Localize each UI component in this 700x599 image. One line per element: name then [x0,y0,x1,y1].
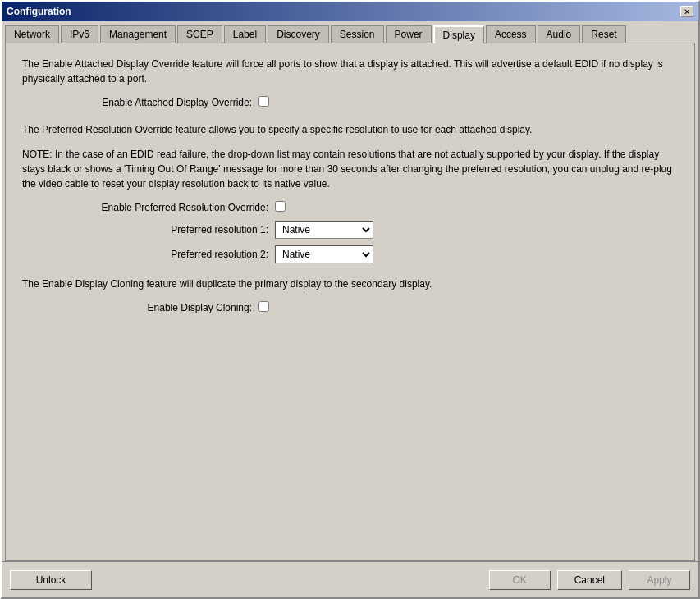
preferred-res2-row: Preferred resolution 2: Native 1920x1080… [22,245,678,263]
close-button[interactable]: ✕ [680,6,693,17]
tab-audio[interactable]: Audio [538,25,581,43]
enable-override-label: Enable Attached Display Override: [22,97,252,108]
enable-cloning-checkbox[interactable] [258,301,269,312]
enable-cloning-checkbox-wrap [258,301,269,314]
unlock-button[interactable]: Unlock [10,570,92,590]
tab-ipv6[interactable]: IPv6 [61,25,98,43]
resolution-section: The Preferred Resolution Override featur… [22,122,678,263]
preferred-res2-label: Preferred resolution 2: [22,249,268,260]
preferred-res2-select-wrap: Native 1920x1080 1280x720 1024x768 800x6… [275,245,373,263]
apply-button[interactable]: Apply [629,570,690,590]
tab-discovery[interactable]: Discovery [268,25,329,43]
tab-scep[interactable]: SCEP [177,25,222,43]
enable-override-checkbox[interactable] [258,96,269,107]
enable-override-row: Enable Attached Display Override: [22,96,678,109]
enable-resolution-label: Enable Preferred Resolution Override: [22,202,268,213]
preferred-res2-select[interactable]: Native 1920x1080 1280x720 1024x768 800x6… [275,245,373,263]
tab-reset[interactable]: Reset [582,25,625,43]
cloning-description: The Enable Display Cloning feature will … [22,277,678,291]
tab-session[interactable]: Session [331,25,384,43]
content-area: The Enable Attached Display Override fea… [5,43,695,561]
preferred-res1-row: Preferred resolution 1: Native 1920x1080… [22,221,678,239]
footer: Unlock OK Cancel Apply [2,561,698,597]
tab-network[interactable]: Network [5,25,59,43]
enable-cloning-label: Enable Display Cloning: [22,302,252,313]
enable-resolution-checkbox[interactable] [275,201,286,212]
cloning-section: The Enable Display Cloning feature will … [22,277,678,314]
window-title: Configuration [7,6,71,17]
override-section: The Enable Attached Display Override fea… [22,57,678,109]
footer-right: OK Cancel Apply [489,570,690,590]
preferred-res1-label: Preferred resolution 1: [22,224,268,235]
preferred-res1-select[interactable]: Native 1920x1080 1280x720 1024x768 800x6… [275,221,373,239]
preferred-res1-select-wrap: Native 1920x1080 1280x720 1024x768 800x6… [275,221,373,239]
ok-button[interactable]: OK [489,570,551,590]
configuration-window: Configuration ✕ Network IPv6 Management … [0,0,700,599]
override-description: The Enable Attached Display Override fea… [22,57,678,86]
footer-left: Unlock [10,570,92,590]
resolution-description1: The Preferred Resolution Override featur… [22,122,678,137]
enable-override-checkbox-wrap [258,96,269,109]
tab-management[interactable]: Management [100,25,176,43]
tab-power[interactable]: Power [386,25,432,43]
tab-display[interactable]: Display [433,25,484,43]
cancel-button[interactable]: Cancel [557,570,622,590]
title-bar: Configuration ✕ [2,2,698,21]
enable-resolution-checkbox-wrap [275,201,286,214]
tab-label[interactable]: Label [224,25,266,43]
enable-cloning-row: Enable Display Cloning: [22,301,678,314]
enable-resolution-row: Enable Preferred Resolution Override: [22,201,678,214]
tab-access[interactable]: Access [486,25,536,43]
tabs-row: Network IPv6 Management SCEP Label Disco… [2,21,698,43]
resolution-description2: NOTE: In the case of an EDID read failur… [22,147,678,191]
